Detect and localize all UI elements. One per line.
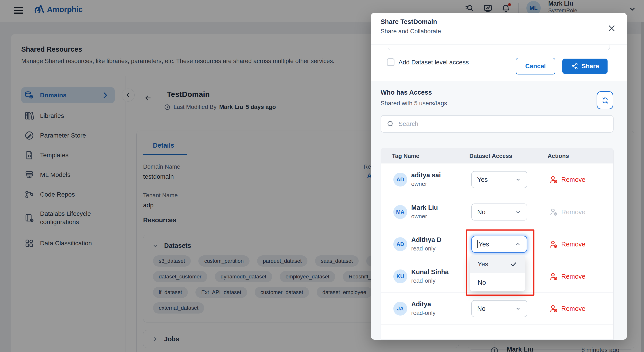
- refresh-icon: [600, 96, 610, 105]
- row-user-role: read-only: [411, 245, 435, 252]
- access-table-header: Tag Name Dataset Access Actions: [381, 148, 613, 164]
- row-user-name: Kunal Sinha: [411, 268, 449, 276]
- avatar: MA: [393, 205, 407, 219]
- row-user-role: read-only: [411, 310, 435, 316]
- remove-user-icon: [549, 175, 558, 184]
- screen: Amorphic ML Mark Liu SystemRole-: [0, 0, 644, 352]
- remove-button[interactable]: Remove: [549, 164, 586, 196]
- remove-label: Remove: [561, 208, 586, 216]
- share-icon: [571, 62, 578, 70]
- who-has-access-heading: Who has Access: [380, 89, 432, 96]
- dropdown-value: Yes: [477, 176, 488, 184]
- modal-title: Share TestDomain: [380, 18, 437, 26]
- access-search-box: [380, 115, 614, 132]
- dropdown-value: No: [477, 208, 486, 216]
- row-user-name: aditya sai: [411, 172, 441, 179]
- chevron-down-icon: [515, 209, 522, 215]
- remove-button[interactable]: Remove: [549, 228, 586, 260]
- access-table-row: JA Aditya read-only No Remove: [381, 292, 613, 324]
- remove-user-icon: [549, 240, 558, 249]
- access-table-row: AD aditya sai owner Yes Remove: [381, 164, 613, 196]
- search-input[interactable]: [398, 120, 600, 128]
- row-user-name: Mark Liu: [411, 204, 438, 211]
- column-header: Tag Name: [392, 148, 419, 164]
- modal-subtitle: Share and Collaborate: [380, 28, 441, 35]
- share-modal: Share TestDomain Share and Collaborate A…: [371, 13, 627, 340]
- option-label: Yes: [478, 260, 488, 268]
- check-icon: [510, 260, 518, 268]
- remove-user-icon: [549, 272, 558, 281]
- dataset-level-access-checkbox[interactable]: [387, 58, 394, 66]
- row-user-name: Aditya: [411, 300, 431, 308]
- dropdown-value: No: [477, 305, 486, 312]
- text-cursor: [478, 240, 478, 248]
- refresh-button[interactable]: [596, 91, 613, 109]
- dropdown-value: Yes: [478, 241, 489, 248]
- remove-button[interactable]: Remove: [549, 260, 586, 292]
- menu-option-no[interactable]: No: [470, 273, 525, 292]
- remove-label: Remove: [561, 273, 586, 280]
- chevron-up-icon: [514, 241, 521, 248]
- remove-label: Remove: [561, 305, 586, 312]
- chevron-down-icon: [515, 176, 522, 183]
- modal-header: Share TestDomain Share and Collaborate: [371, 13, 627, 45]
- avatar: AD: [393, 237, 407, 251]
- dataset-access-dropdown[interactable]: Yes: [471, 171, 527, 188]
- option-label: No: [478, 279, 486, 286]
- checkbox-label: Add Dataset level access: [398, 59, 469, 66]
- partial-table-row: [381, 324, 613, 340]
- dataset-access-menu: Yes No: [470, 255, 525, 292]
- close-icon[interactable]: [607, 24, 616, 32]
- dataset-access-dropdown[interactable]: No: [471, 300, 527, 317]
- shared-with-count: Shared with 5 users/tags: [380, 100, 447, 107]
- remove-label: Remove: [561, 241, 586, 248]
- avatar: JA: [393, 302, 407, 316]
- dataset-access-dropdown-open[interactable]: Yes: [471, 236, 527, 253]
- menu-option-yes[interactable]: Yes: [470, 255, 525, 273]
- avatar: KU: [393, 270, 407, 283]
- access-table: Tag Name Dataset Access Actions AD adity…: [380, 148, 614, 340]
- share-button-label: Share: [582, 62, 599, 70]
- avatar: AD: [393, 173, 407, 186]
- column-header: Actions: [548, 148, 569, 164]
- remove-user-icon: [549, 208, 558, 216]
- remove-button-disabled: Remove: [549, 196, 586, 228]
- row-user-role: owner: [411, 180, 427, 188]
- row-user-role: read-only: [411, 277, 435, 284]
- dataset-access-dropdown[interactable]: No: [471, 204, 527, 220]
- row-user-name: Adithya D: [411, 236, 442, 244]
- cancel-button[interactable]: Cancel: [516, 58, 555, 74]
- remove-button[interactable]: Remove: [549, 292, 586, 325]
- share-button[interactable]: Share: [562, 58, 608, 74]
- remove-label: Remove: [561, 176, 586, 184]
- search-icon: [386, 120, 394, 128]
- row-user-role: owner: [411, 213, 427, 220]
- remove-user-icon: [549, 304, 558, 313]
- column-header: Dataset Access: [469, 148, 512, 164]
- chevron-down-icon: [515, 305, 522, 312]
- access-table-row: MA Mark Liu owner No Remove: [381, 196, 613, 228]
